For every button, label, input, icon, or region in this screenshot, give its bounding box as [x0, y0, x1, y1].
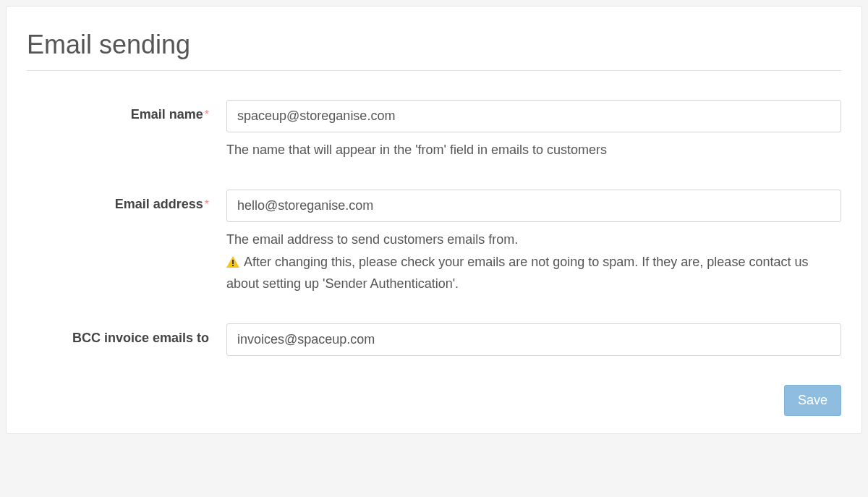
email-address-input[interactable]: [226, 190, 841, 222]
email-sending-card: Email sending Email name* The name that …: [6, 6, 862, 434]
email-name-label: Email name: [131, 107, 203, 122]
email-name-input[interactable]: [226, 100, 841, 132]
input-col: The name that will appear in the 'from' …: [226, 100, 841, 161]
warning-icon: [226, 253, 239, 274]
input-col: [226, 323, 841, 356]
svg-rect-1: [232, 265, 234, 266]
email-name-help: The name that will appear in the 'from' …: [226, 140, 841, 161]
save-button[interactable]: Save: [784, 385, 841, 416]
required-asterisk: *: [205, 198, 209, 211]
required-asterisk: *: [205, 109, 209, 121]
section-title: Email sending: [27, 30, 841, 71]
form-row-bcc: BCC invoice emails to: [27, 323, 841, 356]
form-row-email-name: Email name* The name that will appear in…: [27, 100, 841, 161]
bcc-label: BCC invoice emails to: [72, 331, 209, 345]
label-col: Email name*: [27, 100, 226, 122]
svg-rect-0: [232, 260, 234, 264]
label-col: Email address*: [27, 190, 226, 212]
email-address-label: Email address: [115, 197, 203, 211]
form-row-email-address: Email address* The email address to send…: [27, 190, 841, 294]
email-address-help1: The email address to send customers emai…: [226, 229, 841, 250]
button-row: Save: [27, 385, 841, 416]
input-col: The email address to send customers emai…: [226, 190, 841, 294]
email-address-warning: After changing this, please check your e…: [226, 252, 841, 295]
label-col: BCC invoice emails to: [27, 323, 226, 346]
email-address-help2: After changing this, please check your e…: [226, 255, 808, 292]
bcc-input[interactable]: [226, 323, 841, 356]
